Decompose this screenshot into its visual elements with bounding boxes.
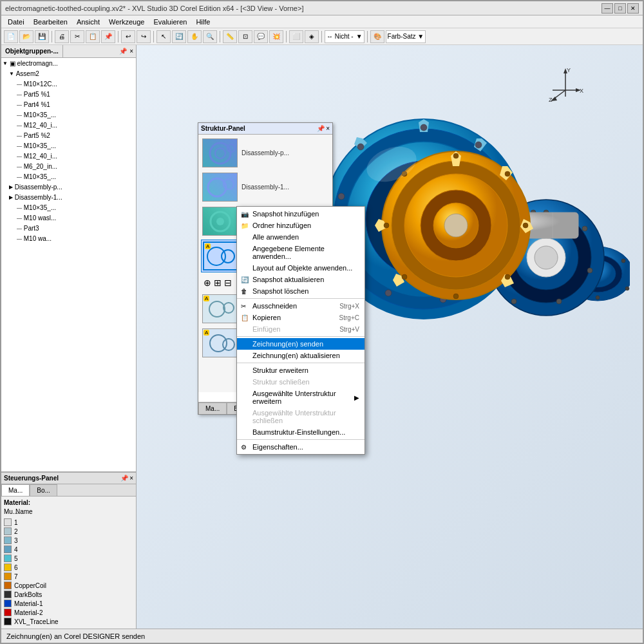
ctx-expand-structure[interactable]: Struktur erweitern <box>237 365 365 376</box>
tree-item-disassembly-p[interactable]: ▶ Disassembly-p... <box>1 182 136 192</box>
material-item-copper: CopperCoil <box>4 581 133 590</box>
ctx-apply-elements[interactable]: Angegebene Elemente anwenden... <box>237 243 365 262</box>
toolbar-select[interactable]: ↖ <box>156 30 171 43</box>
tree-item-part3[interactable]: — Part3 <box>1 223 136 233</box>
tree-item-m10-wa[interactable]: — M10 wa... <box>1 233 136 243</box>
thumbnail-disassembly-1[interactable]: Disassembly-1... <box>201 171 330 203</box>
ctx-apply-all[interactable]: Alle anwenden <box>237 231 365 243</box>
copy-shortcut: Strg+C <box>339 314 359 321</box>
snapshot-update-icon: 🔄 <box>241 276 249 283</box>
svg-point-63 <box>385 290 392 296</box>
toolbar-zoom[interactable]: 🔍 <box>203 30 217 43</box>
tab-material[interactable]: Ma... <box>1 484 30 496</box>
tree-item-m12-40[interactable]: — M12_40_i... <box>1 120 136 130</box>
close-button[interactable]: ✕ <box>627 3 639 14</box>
toolbar-annotation[interactable]: 💬 <box>254 30 268 43</box>
material-name-2: 2 <box>14 528 18 535</box>
toolbar-explode[interactable]: 💥 <box>269 30 283 43</box>
panel-close-icon[interactable]: × <box>129 48 133 55</box>
color-swatch-2 <box>4 527 12 535</box>
tree-item-m10x35-4[interactable]: — M10×35_... <box>1 202 136 213</box>
tree-item-m10x35-2[interactable]: — M10×35_... <box>1 140 136 151</box>
objektgruppen-tree[interactable]: ▼ ▣ electromagn... ▼ Assem2 — M10×12C...… <box>1 58 136 472</box>
minimize-button[interactable]: — <box>601 3 613 14</box>
toolbar-print[interactable]: 🖨 <box>55 30 69 43</box>
tree-item-m6[interactable]: — M6_20_in... <box>1 161 136 171</box>
tree-item-disassembly-1[interactable]: ▶ Disassembly-1... <box>1 192 136 202</box>
material-item-mat1: Material-1 <box>4 599 133 608</box>
toolbar-cut[interactable]: ✂ <box>70 30 84 43</box>
toolbar-section[interactable]: ⊡ <box>238 30 252 43</box>
tree-item-part5-1[interactable]: — Part5 %1 <box>1 89 136 99</box>
tab-bolts[interactable]: Bo... <box>30 484 57 496</box>
toolbar-view-dropdown[interactable]: ↔ Nicht - ▼ <box>325 30 365 43</box>
submenu-arrow: ▶ <box>354 394 359 401</box>
toolbar-view-front[interactable]: ⬜ <box>289 30 303 43</box>
toolbar-view-iso[interactable]: ◈ <box>305 30 319 43</box>
steuerungs-pin[interactable]: 📌 <box>120 475 128 482</box>
ctx-copy[interactable]: 📋 Kopieren Strg+C <box>237 312 365 323</box>
ctx-update-drawing[interactable]: Zeichnung(en) aktualisieren <box>237 350 365 361</box>
tree-item-m12-40-2[interactable]: — M12_40_i... <box>1 151 136 161</box>
panel-pin-icon[interactable]: 📌 <box>119 48 127 55</box>
toolbar-undo[interactable]: ↩ <box>121 30 135 43</box>
tree-item-part4[interactable]: — Part4 %1 <box>1 99 136 109</box>
toolbar-new[interactable]: 📄 <box>4 30 18 43</box>
left-panels: Objektgruppen-... 📌 × ▼ ▣ electromagn...… <box>1 45 137 629</box>
material-name-dark: DarkBolts <box>14 591 42 598</box>
toolbar-copy[interactable]: 📋 <box>86 30 100 43</box>
objektgruppen-tab[interactable]: Objektgruppen-... <box>1 45 63 57</box>
steuerungs-close[interactable]: × <box>129 475 133 482</box>
anim-icon-1[interactable]: ⊕ <box>204 278 211 288</box>
toolbar-open[interactable]: 📂 <box>19 30 33 43</box>
anim-icon-2[interactable]: ⊞ <box>214 278 222 288</box>
material-name-6: 6 <box>14 564 18 571</box>
toolbar-save[interactable]: 💾 <box>35 30 49 43</box>
toolbar-rotate[interactable]: 🔄 <box>172 30 186 43</box>
anim-icon-3[interactable]: ⊟ <box>224 278 232 288</box>
center-area: Struktur-Panel 📌 × <box>137 45 643 629</box>
ctx-snapshot-add[interactable]: 📷 Snapshot hinzufügen <box>237 208 365 220</box>
menu-hilfe[interactable]: Hilfe <box>192 17 214 27</box>
toolbar-sep-5 <box>286 31 287 43</box>
tree-item-assem2[interactable]: ▼ Assem2 <box>1 68 136 79</box>
toolbar-color[interactable]: 🎨 <box>370 30 384 43</box>
ctx-cut[interactable]: ✂ Ausschneiden Strg+X <box>237 300 365 312</box>
tree-item-m10x35-3[interactable]: — M10×35_... <box>1 171 136 182</box>
svg-point-58 <box>421 124 427 131</box>
svg-point-3 <box>208 178 226 196</box>
ctx-snapshot-update[interactable]: 🔄 Snapshot aktualisieren <box>237 274 365 285</box>
toolbar-measure[interactable]: 📏 <box>223 30 237 43</box>
tree-item-m10-wasl[interactable]: — M10 wasl... <box>1 213 136 223</box>
toolbar-pan[interactable]: ✋ <box>187 30 202 43</box>
menu-datei[interactable]: Datei <box>4 17 28 27</box>
toolbar-paste[interactable]: 📌 <box>101 30 115 43</box>
toolbar-color-dropdown[interactable]: Farb-Satz ▼ <box>386 30 426 43</box>
material-label: Material: <box>4 499 133 506</box>
tree-item-root[interactable]: ▼ ▣ electromagn... <box>1 58 136 68</box>
tree-item-m10x35-1[interactable]: — M10×35_... <box>1 109 136 120</box>
thumbnail-disassembly-p[interactable]: Disassembly-p... <box>201 137 330 169</box>
tree-item-part5-2[interactable]: — Part5 %2 <box>1 130 136 140</box>
svg-point-66 <box>357 144 364 150</box>
ctx-apply-layout[interactable]: Layout auf Objekte anwenden... <box>237 262 365 274</box>
material-name-mat1: Material-1 <box>14 600 43 607</box>
ctx-send-drawing[interactable]: Zeichnung(en) senden <box>237 338 365 350</box>
struktur-close[interactable]: × <box>326 125 330 132</box>
svg-point-72 <box>444 214 468 237</box>
menu-bearbeiten[interactable]: Bearbeiten <box>30 17 71 27</box>
toolbar-redo[interactable]: ↪ <box>137 30 151 43</box>
objektgruppen-header: Objektgruppen-... 📌 × <box>1 45 136 58</box>
ctx-tree-settings[interactable]: Baumstruktur-Einstellungen... <box>237 426 365 438</box>
menu-ansicht[interactable]: Ansicht <box>73 17 104 27</box>
ctx-properties[interactable]: ⚙ Eigenschaften... <box>237 441 365 453</box>
ctx-expand-substructure[interactable]: Ausgewählte Unterstruktur erweitern ▶ <box>237 388 365 407</box>
maximize-button[interactable]: □ <box>614 3 626 14</box>
ctx-folder-add[interactable]: 📁 Ordner hinzufügen <box>237 220 365 231</box>
tab-ma[interactable]: Ma... <box>198 402 227 414</box>
menu-werkzeuge[interactable]: Werkzeuge <box>105 17 148 27</box>
ctx-snapshot-delete[interactable]: 🗑 Snapshot löschen <box>237 285 365 297</box>
menu-evaluieren[interactable]: Evaluieren <box>149 17 191 27</box>
tree-item-m10x12c[interactable]: — M10×12C... <box>1 79 136 89</box>
struktur-pin[interactable]: 📌 <box>317 125 325 132</box>
